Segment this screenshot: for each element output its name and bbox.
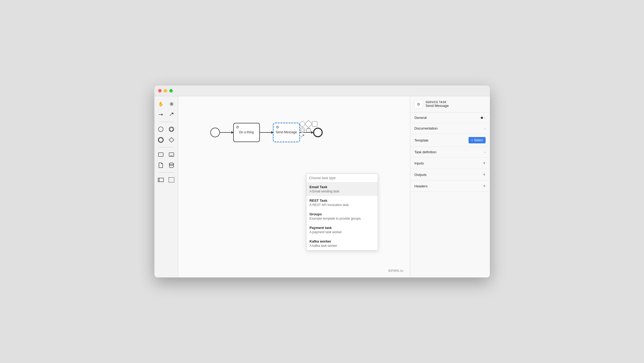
app-body: ✋ ⊕ (154, 96, 490, 277)
task-do-a-thing[interactable]: ⚙ Do a thing (233, 123, 260, 142)
tool-row-5 (156, 150, 176, 159)
move-tool[interactable]: ⊕ (167, 99, 176, 108)
svg-marker-1 (162, 114, 163, 116)
section-plus-6[interactable]: + (483, 184, 485, 188)
tool-row-7 (156, 175, 176, 184)
panel-header-text: SERVICE TASK Send Message (426, 101, 449, 108)
palette-intermediate-event[interactable] (300, 127, 305, 133)
start-event-tool[interactable] (156, 125, 165, 134)
tool-row-4 (156, 135, 176, 144)
panel-sections-container: General › Documentation › Template + Sel… (410, 112, 490, 192)
panel-task-name: Send Message (426, 104, 449, 108)
titlebar (154, 86, 490, 96)
task-send-message-label: Send Message (276, 130, 297, 135)
section-label-6: Headers (415, 184, 428, 188)
dropdown-item-title-3: Payment task (310, 226, 375, 230)
panel-section-5[interactable]: Outputs + (410, 169, 490, 180)
dropdown-item-desc-0: A Email sending task. (310, 189, 375, 193)
group-tool[interactable] (167, 175, 176, 184)
right-panel: ⚙ SERVICE TASK Send Message General › Do… (410, 96, 490, 277)
panel-section-6[interactable]: Headers + (410, 180, 490, 192)
watermark: BPMN.io (388, 269, 404, 273)
end-event-tool[interactable] (156, 135, 165, 144)
dropdown-item-desc-3: A payment task worker (310, 230, 375, 234)
tool-row-6 (156, 161, 176, 170)
toolbar-divider-1 (159, 122, 173, 122)
minimize-button[interactable] (164, 89, 167, 92)
canvas[interactable]: ⚙ Do a thing ⚙ Send Message (178, 96, 410, 277)
panel-service-task-icon: ⚙ (415, 100, 423, 108)
dropdown-item-desc-4: A kafka task worker (310, 244, 375, 248)
task-send-message[interactable]: ⚙ Send Message (273, 123, 300, 142)
palette-delete[interactable] (306, 127, 311, 133)
watermark-text: BPMN.io (388, 269, 404, 273)
dropdown-item-2[interactable]: Groups Example template to provide group… (306, 209, 378, 223)
section-select-btn-2[interactable]: + Select (469, 137, 486, 143)
hand-tool[interactable]: ✋ (156, 99, 165, 108)
section-label-5: Outputs (415, 173, 427, 177)
panel-section-2[interactable]: Template + Select (410, 134, 490, 147)
panel-section-3[interactable]: Task definition › (410, 147, 490, 158)
svg-rect-15 (169, 178, 174, 182)
task-tool[interactable] (156, 150, 165, 159)
start-event[interactable] (210, 128, 220, 137)
palette-start-event[interactable] (300, 121, 305, 127)
task-type-search[interactable] (306, 174, 378, 182)
tool-row-3 (156, 125, 176, 134)
panel-section-4[interactable]: Inputs + (410, 158, 490, 169)
dropdown-item-1[interactable]: REST Task A REST API invocation task. (306, 196, 378, 209)
svg-rect-16 (307, 129, 310, 132)
dropdown-item-title-2: Groups (310, 212, 375, 216)
pool-tool[interactable] (156, 175, 165, 184)
section-label-4: Inputs (415, 161, 424, 165)
dropdown-item-desc-2: Example template to provide groups. (310, 217, 375, 220)
connect-tool[interactable] (156, 110, 165, 119)
toolbar-divider-2 (159, 147, 173, 147)
gateway-tool[interactable] (167, 135, 176, 144)
svg-rect-13 (158, 178, 163, 182)
task-service-icon: ⚙ (276, 125, 279, 129)
tool-row-2 (156, 110, 176, 119)
panel-task-type: SERVICE TASK (426, 101, 449, 104)
palette-task[interactable] (312, 121, 317, 127)
svg-rect-9 (158, 153, 163, 156)
svg-line-20 (301, 135, 303, 137)
toolbar: ✋ ⊕ (154, 96, 178, 277)
dropdown-item-4[interactable]: Kafka worker A kafka task worker (306, 237, 378, 250)
dropdown-item-title-0: Email Task (310, 185, 375, 189)
append-tool[interactable] (167, 110, 176, 119)
data-object-tool[interactable] (156, 161, 165, 170)
close-button[interactable] (158, 89, 162, 92)
section-dot-0 (481, 117, 483, 119)
section-plus-5[interactable]: + (483, 172, 485, 177)
dropdown-item-3[interactable]: Payment task A payment task worker (306, 223, 378, 237)
dropdown-items-container: Email Task A Email sending task. REST Ta… (306, 182, 378, 250)
dropdown-item-desc-1: A REST API invocation task. (310, 203, 375, 207)
section-label-2: Template (415, 138, 429, 142)
dropdown-item-0[interactable]: Email Task A Email sending task. (306, 182, 378, 196)
maximize-button[interactable] (169, 89, 173, 92)
palette-gateway[interactable] (305, 120, 312, 128)
task-do-a-thing-label: Do a thing (239, 130, 254, 135)
svg-rect-10 (169, 153, 174, 156)
dropdown-item-title-4: Kafka worker (310, 239, 375, 243)
svg-marker-8 (169, 138, 174, 142)
svg-point-7 (158, 138, 163, 142)
subprocess-tool[interactable] (167, 150, 176, 159)
task-type-dropdown[interactable]: Email Task A Email sending task. REST Ta… (306, 174, 378, 251)
panel-section-0[interactable]: General › (410, 112, 490, 123)
data-store-tool[interactable] (167, 161, 176, 170)
palette-append-arrow[interactable] (300, 134, 305, 139)
svg-point-6 (170, 128, 173, 131)
section-chevron-0: › (485, 116, 486, 120)
bpmn-flow: ⚙ Do a thing ⚙ Send Message (210, 123, 323, 142)
panel-header: ⚙ SERVICE TASK Send Message (410, 96, 490, 112)
svg-point-4 (158, 127, 163, 132)
section-plus-4[interactable]: + (483, 161, 485, 166)
app-window: ✋ ⊕ (154, 86, 490, 277)
intermediate-event-tool[interactable] (167, 125, 176, 134)
section-chevron-3: › (485, 150, 486, 154)
panel-section-1[interactable]: Documentation › (410, 123, 490, 134)
section-label-0: General (415, 116, 427, 120)
toolbar-divider-3 (159, 172, 173, 173)
